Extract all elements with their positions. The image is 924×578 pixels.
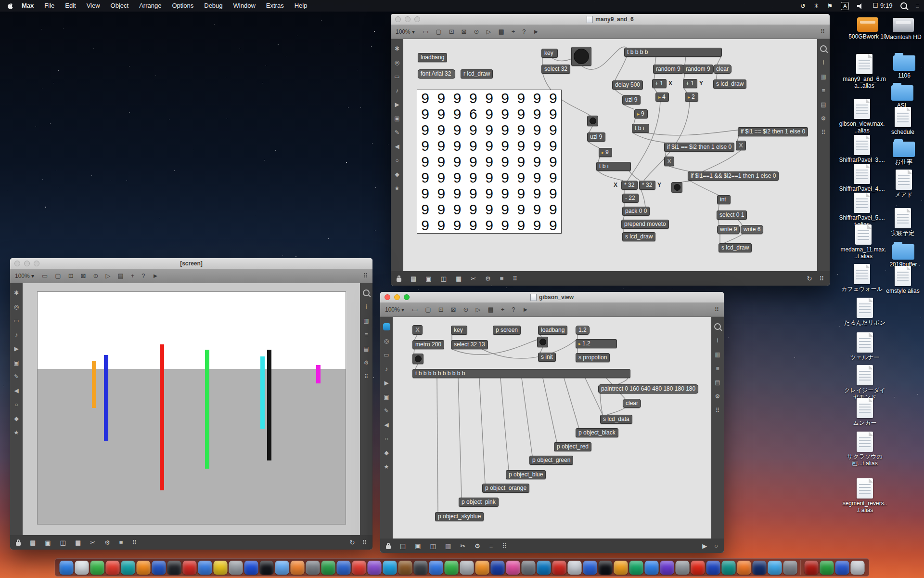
object-box-p-screen[interactable]: p screen: [493, 326, 521, 335]
apple-menu[interactable]: [5, 2, 16, 10]
object-box-metro-200[interactable]: metro 200: [412, 340, 444, 349]
zoom-button[interactable]: [34, 261, 39, 266]
zoom-select[interactable]: 100% ▾: [15, 273, 34, 279]
sidebar-item[interactable]: ◎: [14, 303, 19, 310]
sidebar-item[interactable]: ○: [14, 401, 18, 408]
toolbar-item[interactable]: ⊙: [463, 306, 468, 313]
object-box-prepend-moveto[interactable]: prepend moveto: [621, 220, 669, 229]
bottom-item[interactable]: ↻: [350, 539, 355, 546]
sidebar-item[interactable]: ○: [385, 435, 388, 442]
message-box-font-arial-32[interactable]: font Arial 32: [418, 69, 455, 79]
minimize-button[interactable]: [394, 294, 400, 300]
bottom-item[interactable]: ✂: [90, 539, 95, 546]
sidebar-i[interactable]: i: [717, 337, 719, 344]
bottom-item[interactable]: ◫: [60, 539, 66, 546]
dock-app-icon-45[interactable]: [737, 561, 751, 575]
minimize-button[interactable]: [405, 16, 411, 22]
toolbar-item[interactable]: ▷: [475, 306, 480, 313]
bottom-item[interactable]: ▣: [415, 542, 421, 550]
desktop-icon-macintosh-hd[interactable]: Macintosh HD: [880, 13, 924, 40]
dock-app-icon-36[interactable]: [599, 561, 613, 575]
desktop-icon-shiffrarpavel-5-t-alias[interactable]: ShiffrarPavel_5....t alias: [839, 193, 885, 228]
lock-icon[interactable]: [397, 278, 401, 282]
sidebar-item[interactable]: ◎: [395, 59, 399, 66]
sidebar-item[interactable]: ▶: [384, 380, 388, 386]
sidebar-item[interactable]: ▣: [13, 359, 19, 366]
object-box-if-i1-i2-then-1-else-0[interactable]: if $i1 == $i2 then 1 else 0: [738, 127, 808, 136]
desktop-icon-medama-11-max-t-alias[interactable]: medama_11.max...t alias: [840, 224, 886, 260]
dock-app-icon-51[interactable]: [820, 561, 834, 575]
dock-app-icon-30[interactable]: [506, 561, 520, 575]
menu-clock[interactable]: 日 9:19: [872, 1, 892, 10]
dock-app-icon-14[interactable]: [260, 561, 274, 575]
object-box-int[interactable]: int: [717, 195, 731, 204]
sidebar-item[interactable]: ▭: [384, 352, 389, 358]
bottom-item[interactable]: ▤: [400, 542, 406, 550]
dock-app-icon-50[interactable]: [805, 561, 819, 575]
dock-app-icon-37[interactable]: [614, 561, 628, 575]
bang-button[interactable]: [537, 337, 548, 347]
object-box-s-init[interactable]: s init: [538, 353, 556, 362]
dock-app-icon-47[interactable]: [768, 561, 782, 575]
titlebar[interactable]: gibson_view: [380, 292, 724, 303]
bang-button[interactable]: [587, 116, 598, 126]
object-box-22[interactable]: - 22: [622, 194, 639, 203]
dock-app-icon-10[interactable]: [198, 561, 212, 575]
toolbar-item[interactable]: +: [131, 272, 135, 279]
input-source-icon[interactable]: A: [841, 2, 849, 10]
spotlight-icon[interactable]: [900, 2, 907, 9]
object-box-32[interactable]: * 32: [621, 181, 638, 190]
sidebar-item[interactable]: ★: [384, 463, 389, 470]
dock-app-icon-16[interactable]: [291, 561, 305, 575]
grid-toggle-icon[interactable]: ⠿: [820, 28, 825, 35]
object-box-t-b-b-b-b[interactable]: t b b b b: [624, 48, 722, 57]
bottom-item[interactable]: ✂: [471, 275, 476, 282]
grid-toggle-icon[interactable]: ⠿: [363, 272, 368, 279]
sidebar-item[interactable]: ♪: [396, 87, 398, 94]
object-box-select-32[interactable]: select 32: [541, 65, 570, 74]
object-box-p-object-skyblue[interactable]: p object_skyblue: [435, 512, 484, 521]
zoom-select[interactable]: 100% ▾: [396, 28, 415, 35]
object-box-select-32-13[interactable]: select 32 13: [451, 340, 488, 349]
grid-toggle-icon[interactable]: ⠿: [714, 306, 719, 313]
sidebar-item[interactable]: ≡: [821, 87, 825, 94]
dock-app-icon-27[interactable]: [460, 561, 474, 575]
object-box-select-0-1[interactable]: select 0 1: [717, 210, 747, 220]
sidebar-i[interactable]: i: [823, 59, 824, 66]
dock-app-icon-3[interactable]: [90, 561, 104, 575]
desktop-icon-item[interactable]: お仕事: [881, 137, 924, 165]
sidebar-item[interactable]: ▣: [394, 115, 399, 122]
sidebar-item[interactable]: ▥: [363, 317, 369, 324]
dock-app-icon-52[interactable]: [835, 561, 849, 575]
object-box-r-lcd-draw[interactable]: r lcd_draw: [461, 69, 493, 79]
menu-extras[interactable]: Extras: [261, 0, 289, 12]
dock-app-icon-21[interactable]: [368, 561, 382, 575]
bang-button[interactable]: [412, 354, 424, 364]
bottom-item[interactable]: ⠿: [362, 539, 367, 546]
dock-app-icon-28[interactable]: [475, 561, 489, 575]
bottom-item[interactable]: ▤: [411, 275, 416, 282]
menu-max[interactable]: Max: [16, 0, 39, 12]
toolbar-item[interactable]: ▭: [42, 272, 48, 279]
dock-app-icon-38[interactable]: [629, 561, 643, 575]
search-icon[interactable]: [820, 45, 827, 52]
dock-app-icon-31[interactable]: [522, 561, 536, 575]
sidebar-item[interactable]: ✱: [14, 289, 19, 296]
dock-app-icon-15[interactable]: [275, 561, 289, 575]
zoom-button[interactable]: [404, 294, 410, 300]
dock-app-icon-19[interactable]: [337, 561, 351, 575]
bottom-item[interactable]: ⚙: [104, 539, 110, 546]
sidebar-item[interactable]: ◆: [14, 415, 18, 422]
sidebar-item[interactable]: ▭: [13, 317, 19, 324]
object-box-key[interactable]: key: [541, 49, 558, 58]
desktop-icon-segment-revers-t-alias[interactable]: segment_revers...t alias: [842, 478, 888, 513]
toolbar-item[interactable]: ▤: [117, 272, 123, 279]
sidebar-item[interactable]: ✱: [395, 45, 399, 52]
dock-app-icon-43[interactable]: [706, 561, 720, 575]
desktop-icon-schedule[interactable]: schedule: [880, 107, 924, 135]
sidebar-item[interactable]: ✎: [14, 373, 19, 380]
dock-app-icon-26[interactable]: [445, 561, 459, 575]
sidebar-item[interactable]: ★: [14, 429, 19, 436]
dock-app-icon-20[interactable]: [352, 561, 366, 575]
zoom-select[interactable]: 100% ▾: [385, 306, 404, 313]
